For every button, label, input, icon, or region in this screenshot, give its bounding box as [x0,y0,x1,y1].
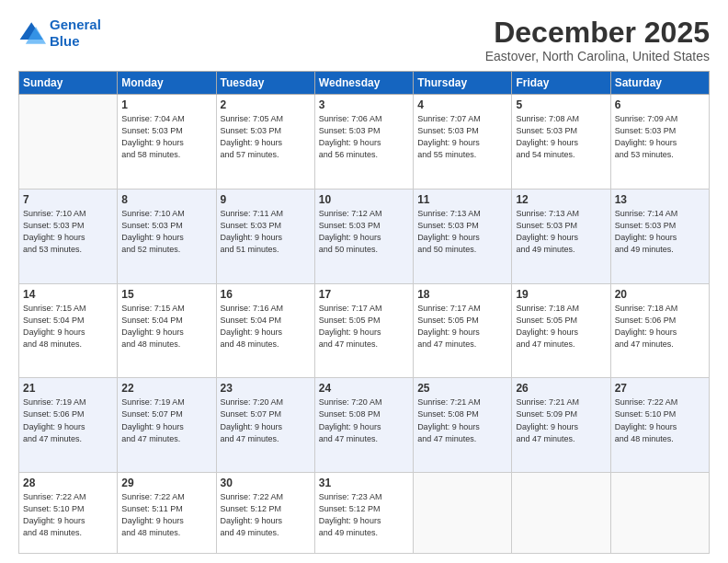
day-info: Sunrise: 7:20 AM Sunset: 5:08 PM Dayligh… [319,396,409,444]
day-number: 20 [615,288,705,301]
col-saturday: Saturday [610,72,709,95]
table-row: 19Sunrise: 7:18 AM Sunset: 5:05 PM Dayli… [512,283,610,378]
table-row: 23Sunrise: 7:20 AM Sunset: 5:07 PM Dayli… [216,378,314,473]
col-thursday: Thursday [414,72,512,95]
month-title: December 2025 [485,17,710,49]
day-info: Sunrise: 7:15 AM Sunset: 5:04 PM Dayligh… [121,303,211,350]
day-number: 31 [319,477,409,489]
day-number: 26 [516,382,606,395]
day-info: Sunrise: 7:19 AM Sunset: 5:07 PM Dayligh… [121,396,211,444]
day-info: Sunrise: 7:11 AM Sunset: 5:03 PM Dayligh… [221,208,311,256]
calendar-header-row: Sunday Monday Tuesday Wednesday Thursday… [19,72,710,95]
day-info: Sunrise: 7:08 AM Sunset: 5:03 PM Dayligh… [516,113,606,161]
table-row: 24Sunrise: 7:20 AM Sunset: 5:08 PM Dayli… [314,378,413,473]
logo-text: General Blue [50,17,101,50]
table-row: 12Sunrise: 7:13 AM Sunset: 5:03 PM Dayli… [512,189,610,283]
day-number: 18 [417,288,507,301]
table-row: 9Sunrise: 7:11 AM Sunset: 5:03 PM Daylig… [216,189,314,283]
day-number: 24 [319,382,409,395]
table-row: 25Sunrise: 7:21 AM Sunset: 5:08 PM Dayli… [414,378,512,473]
table-row: 22Sunrise: 7:19 AM Sunset: 5:07 PM Dayli… [118,378,216,473]
day-info: Sunrise: 7:05 AM Sunset: 5:03 PM Dayligh… [221,113,311,161]
day-number: 21 [23,382,113,395]
day-number: 9 [221,193,311,206]
table-row: 1Sunrise: 7:04 AM Sunset: 5:03 PM Daylig… [118,95,216,190]
day-number: 11 [417,193,507,206]
day-number: 23 [221,382,311,395]
day-info: Sunrise: 7:07 AM Sunset: 5:03 PM Dayligh… [417,113,507,161]
day-info: Sunrise: 7:17 AM Sunset: 5:05 PM Dayligh… [319,303,409,350]
table-row [19,95,118,190]
day-info: Sunrise: 7:14 AM Sunset: 5:03 PM Dayligh… [615,208,705,256]
day-info: Sunrise: 7:16 AM Sunset: 5:04 PM Dayligh… [221,303,311,350]
day-info: Sunrise: 7:10 AM Sunset: 5:03 PM Dayligh… [121,208,211,256]
day-info: Sunrise: 7:12 AM Sunset: 5:03 PM Dayligh… [319,208,409,256]
day-number: 14 [23,288,113,301]
day-number: 3 [319,98,409,111]
day-number: 16 [221,288,311,301]
day-info: Sunrise: 7:20 AM Sunset: 5:07 PM Dayligh… [221,396,311,444]
day-info: Sunrise: 7:21 AM Sunset: 5:09 PM Dayligh… [516,396,606,444]
day-info: Sunrise: 7:13 AM Sunset: 5:03 PM Dayligh… [417,208,507,256]
day-number: 19 [516,288,606,301]
day-info: Sunrise: 7:18 AM Sunset: 5:05 PM Dayligh… [516,303,606,350]
day-info: Sunrise: 7:17 AM Sunset: 5:05 PM Dayligh… [417,303,507,350]
day-info: Sunrise: 7:22 AM Sunset: 5:12 PM Dayligh… [221,491,311,539]
day-info: Sunrise: 7:04 AM Sunset: 5:03 PM Dayligh… [121,113,211,161]
day-info: Sunrise: 7:23 AM Sunset: 5:12 PM Dayligh… [319,491,409,539]
table-row: 10Sunrise: 7:12 AM Sunset: 5:03 PM Dayli… [314,189,413,283]
table-row: 13Sunrise: 7:14 AM Sunset: 5:03 PM Dayli… [610,189,709,283]
day-number: 1 [121,98,211,111]
col-monday: Monday [118,72,216,95]
day-number: 25 [417,382,507,395]
col-friday: Friday [512,72,610,95]
day-info: Sunrise: 7:15 AM Sunset: 5:04 PM Dayligh… [23,303,113,350]
table-row: 6Sunrise: 7:09 AM Sunset: 5:03 PM Daylig… [610,95,709,190]
day-number: 10 [319,193,409,206]
day-number: 2 [221,98,311,111]
day-number: 13 [615,193,705,206]
day-number: 7 [23,193,113,206]
day-info: Sunrise: 7:22 AM Sunset: 5:11 PM Dayligh… [121,491,211,539]
table-row: 17Sunrise: 7:17 AM Sunset: 5:05 PM Dayli… [314,283,413,378]
table-row [610,473,709,554]
day-number: 22 [121,382,211,395]
day-info: Sunrise: 7:13 AM Sunset: 5:03 PM Dayligh… [516,208,606,256]
col-wednesday: Wednesday [314,72,413,95]
table-row: 11Sunrise: 7:13 AM Sunset: 5:03 PM Dayli… [414,189,512,283]
day-number: 6 [615,98,705,111]
table-row [414,473,512,554]
table-row: 5Sunrise: 7:08 AM Sunset: 5:03 PM Daylig… [512,95,610,190]
day-info: Sunrise: 7:22 AM Sunset: 5:10 PM Dayligh… [615,396,705,444]
table-row: 8Sunrise: 7:10 AM Sunset: 5:03 PM Daylig… [118,189,216,283]
day-number: 12 [516,193,606,206]
table-row: 3Sunrise: 7:06 AM Sunset: 5:03 PM Daylig… [314,95,413,190]
day-number: 29 [121,477,211,489]
day-info: Sunrise: 7:10 AM Sunset: 5:03 PM Dayligh… [23,208,113,256]
day-number: 28 [23,477,113,489]
day-info: Sunrise: 7:06 AM Sunset: 5:03 PM Dayligh… [319,113,409,161]
table-row: 18Sunrise: 7:17 AM Sunset: 5:05 PM Dayli… [414,283,512,378]
table-row [512,473,610,554]
table-row: 20Sunrise: 7:18 AM Sunset: 5:06 PM Dayli… [610,283,709,378]
table-row: 7Sunrise: 7:10 AM Sunset: 5:03 PM Daylig… [19,189,118,283]
day-info: Sunrise: 7:19 AM Sunset: 5:06 PM Dayligh… [23,396,113,444]
day-number: 30 [221,477,311,489]
table-row: 2Sunrise: 7:05 AM Sunset: 5:03 PM Daylig… [216,95,314,190]
title-block: December 2025 Eastover, North Carolina, … [485,17,710,63]
table-row: 29Sunrise: 7:22 AM Sunset: 5:11 PM Dayli… [118,473,216,554]
col-sunday: Sunday [19,72,118,95]
day-number: 17 [319,288,409,301]
table-row: 31Sunrise: 7:23 AM Sunset: 5:12 PM Dayli… [314,473,413,554]
table-row: 4Sunrise: 7:07 AM Sunset: 5:03 PM Daylig… [414,95,512,190]
day-number: 5 [516,98,606,111]
logo: General Blue [18,17,101,50]
day-info: Sunrise: 7:09 AM Sunset: 5:03 PM Dayligh… [615,113,705,161]
table-row: 28Sunrise: 7:22 AM Sunset: 5:10 PM Dayli… [19,473,118,554]
location-title: Eastover, North Carolina, United States [485,49,710,63]
calendar-table: Sunday Monday Tuesday Wednesday Thursday… [18,71,710,554]
header: General Blue December 2025 Eastover, Nor… [18,17,710,63]
table-row: 30Sunrise: 7:22 AM Sunset: 5:12 PM Dayli… [216,473,314,554]
col-tuesday: Tuesday [216,72,314,95]
table-row: 15Sunrise: 7:15 AM Sunset: 5:04 PM Dayli… [118,283,216,378]
